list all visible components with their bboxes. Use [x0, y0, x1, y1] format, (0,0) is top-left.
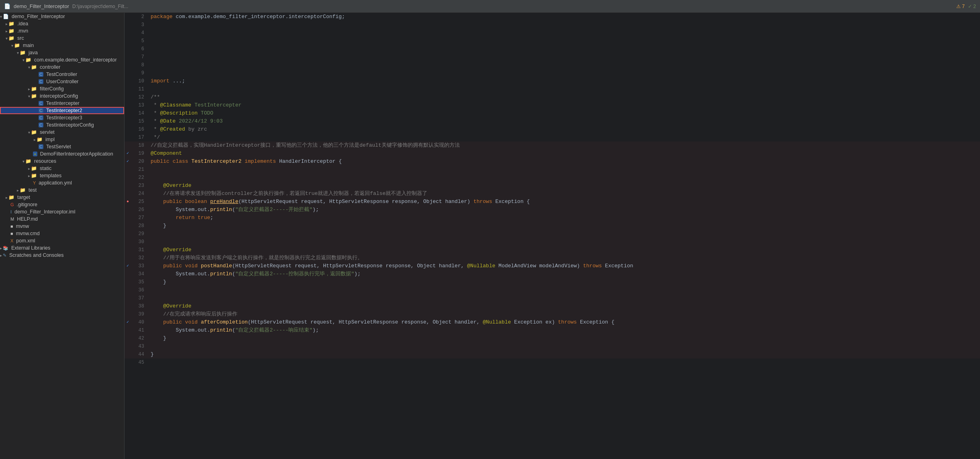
- expand-arrow-static[interactable]: ▸: [28, 166, 30, 171]
- tree-icon-iml: I: [10, 209, 12, 214]
- sidebar-item-mvn[interactable]: ▸📁.mvn: [0, 27, 124, 35]
- gutter-21: [125, 166, 131, 174]
- line-number-15: 15: [131, 117, 149, 125]
- sidebar-item-HELP.md[interactable]: MHELP.md: [0, 215, 124, 223]
- warning-count[interactable]: ⚠ 7: [956, 4, 965, 9]
- expand-arrow-root[interactable]: ▾: [0, 14, 2, 19]
- line-number-16: 16: [131, 125, 149, 133]
- expand-arrow-ScratchesAndConsoles[interactable]: ▸: [0, 253, 2, 258]
- tree-icon-folder: 📁: [25, 158, 31, 164]
- sidebar-item-templates[interactable]: ▸📁templates: [0, 172, 124, 179]
- tree-label-impl: impl: [45, 137, 55, 142]
- line-content-6: [149, 45, 980, 53]
- gutter-7: [125, 53, 131, 61]
- expand-arrow-resources[interactable]: ▾: [22, 159, 24, 164]
- expand-arrow-java[interactable]: ▾: [17, 51, 19, 55]
- expand-arrow-com[interactable]: ▾: [22, 58, 24, 62]
- sidebar-item-pom.xml[interactable]: Xpom.xml: [0, 237, 124, 244]
- expand-arrow-templates[interactable]: ▸: [28, 174, 30, 178]
- sidebar-item-target[interactable]: ▸📁target: [0, 194, 124, 201]
- sidebar-item-TestServlet[interactable]: CTestServlet: [0, 143, 124, 150]
- line-content-7: [149, 53, 980, 61]
- code-line-31: 31 @Override: [125, 246, 980, 254]
- code-line-3: 3: [125, 21, 980, 29]
- line-number-35: 35: [131, 278, 149, 286]
- tree-label-target: target: [17, 195, 30, 200]
- expand-arrow-interceptorConfig[interactable]: ▾: [28, 94, 30, 98]
- tree-label-interceptorConfig: interceptorConfig: [40, 93, 78, 99]
- line-content-21: [149, 166, 980, 174]
- sidebar-item-TestInterceptorConfig[interactable]: CTestInterceptorConfig: [0, 121, 124, 129]
- tree-icon-folder: 📁: [31, 86, 37, 92]
- sidebar-item-controller[interactable]: ▾📁controller: [0, 64, 124, 71]
- tree-icon-class: C: [39, 72, 43, 77]
- sidebar-item-static[interactable]: ▸📁static: [0, 165, 124, 172]
- tree-label-application.yml: application.yml: [39, 180, 72, 186]
- sidebar-item-ExternalLibraries[interactable]: ▸📚External Libraries: [0, 244, 124, 252]
- sidebar-item-TestIntercepter2[interactable]: CTestIntercepter2: [0, 107, 124, 114]
- project-icon: 📄: [4, 3, 10, 10]
- sidebar-item-application.yml[interactable]: Yapplication.yml: [0, 179, 124, 186]
- sidebar-item-main[interactable]: ▾📁main: [0, 42, 124, 49]
- sidebar-item-mvnw[interactable]: ■mvnw: [0, 223, 124, 230]
- sidebar-item-com[interactable]: ▾📁com.example.demo_filter_interceptor: [0, 56, 124, 64]
- check-count[interactable]: ✓ 2: [968, 4, 976, 9]
- sidebar-item-src[interactable]: ▾📁src: [0, 35, 124, 42]
- line-content-27: return true;: [149, 214, 980, 222]
- sidebar-item-DemoFilterInterceptorApplication[interactable]: ●DemoFilterInterceptorApplication: [0, 150, 124, 158]
- expand-arrow-src[interactable]: ▾: [6, 36, 8, 41]
- expand-arrow-servlet[interactable]: ▾: [28, 130, 30, 135]
- expand-arrow-main[interactable]: ▾: [11, 43, 13, 48]
- sidebar-item-filterConfig[interactable]: ▸📁filterConfig: [0, 85, 124, 92]
- sidebar-item-ScratchesAndConsoles[interactable]: ▸✎Scratches and Consoles: [0, 252, 124, 259]
- expand-arrow-filterConfig[interactable]: ▸: [28, 87, 30, 91]
- line-content-33: public void postHandle(HttpServletReques…: [149, 262, 980, 270]
- sidebar-item-root[interactable]: ▾📄demo_Filter_Interceptor: [0, 13, 124, 20]
- project-sidebar[interactable]: ▾📄demo_Filter_Interceptor▸📁.idea▸📁.mvn▾📁…: [0, 13, 125, 459]
- sidebar-item-demo_Filter_Interceptor.iml[interactable]: Idemo_Filter_Interceptor.iml: [0, 208, 124, 215]
- tree-label-ScratchesAndConsoles: Scratches and Consoles: [9, 252, 64, 258]
- sidebar-item-UserController[interactable]: CUserController: [0, 78, 124, 85]
- expand-arrow-target[interactable]: ▸: [6, 195, 8, 200]
- expand-arrow-idea[interactable]: ▸: [6, 22, 8, 26]
- tree-icon-class: C: [39, 79, 43, 84]
- line-number-21: 21: [131, 166, 149, 174]
- expand-arrow-ExternalLibraries[interactable]: ▸: [0, 246, 2, 250]
- tree-label-test: test: [29, 187, 37, 193]
- expand-arrow-test[interactable]: ▸: [17, 188, 19, 193]
- tree-label-resources: resources: [34, 158, 56, 164]
- tree-label-DemoFilterInterceptorApplication: DemoFilterInterceptorApplication: [40, 151, 113, 157]
- gutter-6: [125, 45, 131, 53]
- tree-icon-class: C: [39, 115, 43, 120]
- line-number-33: 33: [131, 262, 149, 270]
- sidebar-item-servlet[interactable]: ▾📁servlet: [0, 129, 124, 136]
- sidebar-item-interceptorConfig[interactable]: ▾📁interceptorConfig: [0, 92, 124, 100]
- sidebar-item-resources[interactable]: ▾📁resources: [0, 158, 124, 165]
- sidebar-item-test[interactable]: ▸📁test: [0, 186, 124, 194]
- gutter-36: [125, 286, 131, 294]
- line-number-26: 26: [131, 206, 149, 214]
- expand-arrow-impl[interactable]: ▸: [34, 137, 36, 142]
- sidebar-item-gitignore[interactable]: G.gitignore: [0, 201, 124, 208]
- expand-arrow-mvn[interactable]: ▸: [6, 29, 8, 33]
- tree-icon-yaml: Y: [33, 180, 36, 185]
- gutter-44: [125, 350, 131, 359]
- gutter-27: [125, 214, 131, 222]
- line-content-29: [149, 230, 980, 238]
- sidebar-item-TestController[interactable]: CTestController: [0, 71, 124, 78]
- sidebar-item-impl[interactable]: ▸📁impl: [0, 136, 124, 143]
- gutter-40: ✓: [125, 318, 131, 326]
- line-number-29: 29: [131, 230, 149, 238]
- sidebar-item-java[interactable]: ▾📁java: [0, 49, 124, 56]
- tree-icon-folder: 📁: [8, 35, 14, 41]
- tree-label-servlet: servlet: [40, 129, 55, 135]
- main-layout: ▾📄demo_Filter_Interceptor▸📁.idea▸📁.mvn▾📁…: [0, 13, 980, 459]
- tree-label-TestIntercepter2: TestIntercepter2: [46, 108, 82, 113]
- sidebar-item-TestIntercepter[interactable]: CTestIntercepter: [0, 100, 124, 107]
- sidebar-item-TestIntercepter3[interactable]: CTestIntercepter3: [0, 114, 124, 121]
- expand-arrow-controller[interactable]: ▾: [28, 65, 30, 70]
- code-editor[interactable]: 2package com.example.demo_filter_interce…: [125, 13, 980, 459]
- sidebar-item-mvnw.cmd[interactable]: ■mvnw.cmd: [0, 230, 124, 237]
- sidebar-item-idea[interactable]: ▸📁.idea: [0, 20, 124, 27]
- line-number-23: 23: [131, 182, 149, 190]
